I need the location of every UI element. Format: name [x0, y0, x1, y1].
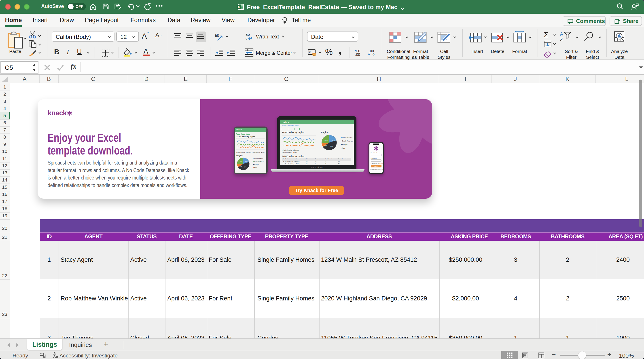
svg-text:38%: 38% [245, 161, 248, 162]
svg-text:12%: 12% [324, 145, 327, 147]
svg-text:.00: .00 [355, 53, 360, 56]
svg-text:X: X [238, 5, 240, 9]
svg-text:32%: 32% [324, 140, 328, 141]
svg-text:32%: 32% [240, 161, 242, 162]
svg-text:19%: 19% [330, 146, 333, 147]
svg-text:ab: ab [246, 32, 250, 37]
svg-text:0: 0 [358, 49, 360, 53]
svg-text:38%: 38% [332, 140, 335, 141]
svg-text:Z: Z [560, 37, 563, 42]
svg-text:19%: 19% [244, 166, 246, 168]
svg-text:¢: ¢ [309, 50, 311, 54]
svg-text:ab: ab [215, 33, 219, 38]
svg-text:0: 0 [372, 53, 374, 56]
svg-text:A: A [560, 31, 563, 37]
svg-text:c: c [246, 36, 248, 41]
svg-text:.00: .00 [369, 49, 374, 53]
svg-text:12%: 12% [240, 166, 242, 167]
